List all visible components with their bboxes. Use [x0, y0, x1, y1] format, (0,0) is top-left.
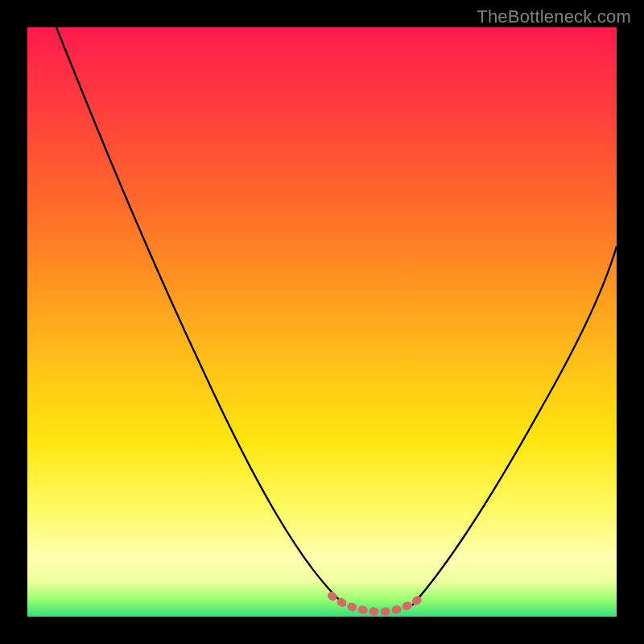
chart-svg [27, 27, 617, 617]
chart-container: TheBottleneck.com [0, 0, 644, 644]
bottom-dots [332, 596, 423, 612]
left-curve [56, 27, 345, 605]
right-curve [412, 246, 617, 605]
plot-area [27, 27, 617, 617]
watermark-text: TheBottleneck.com [477, 6, 631, 27]
